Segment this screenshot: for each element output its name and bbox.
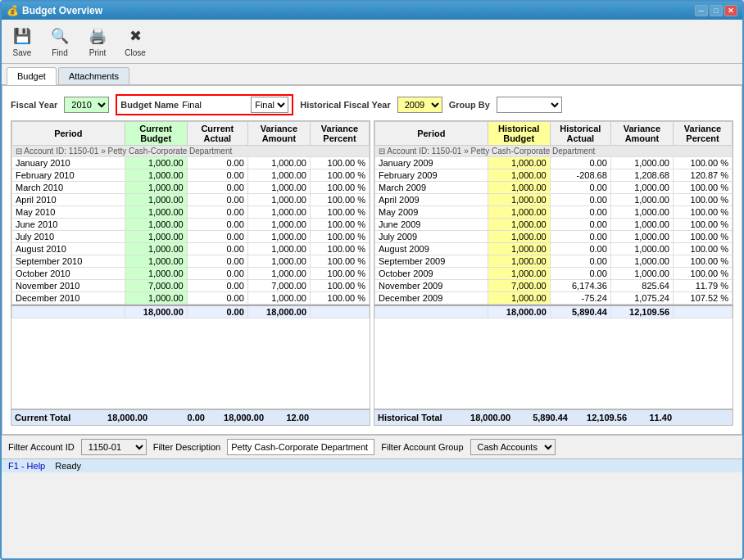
current-period-cell: March 2010 bbox=[12, 182, 125, 194]
hist-var-pct-cell: 100.00 % bbox=[674, 206, 733, 219]
filter-account-id-select[interactable]: 1150-01 bbox=[81, 439, 147, 455]
hist-actual-cell: -75.24 bbox=[550, 292, 610, 305]
current-var-pct-cell: 100.00 % bbox=[311, 182, 370, 194]
hist-period-cell: August 2009 bbox=[375, 243, 488, 255]
save-icon: 💾 bbox=[11, 25, 34, 47]
current-collapse-icon[interactable]: ⊟ bbox=[16, 147, 22, 156]
current-var-pct-header: VariancePercent bbox=[311, 122, 370, 146]
hist-table-row[interactable]: June 2009 1,000.00 0.00 1,000.00 100.00 … bbox=[375, 219, 733, 231]
budget-name-input[interactable] bbox=[182, 100, 247, 110]
find-icon: 🔍 bbox=[48, 25, 71, 47]
hist-actual-cell: 6,174.36 bbox=[550, 280, 610, 292]
hist-table-row[interactable]: December 2009 1,000.00 -75.24 1,075.24 1… bbox=[375, 292, 733, 305]
current-table-row[interactable]: December 2010 1,000.00 0.00 1,000.00 100… bbox=[12, 292, 370, 305]
hist-budget-header: HistoricalBudget bbox=[488, 122, 550, 146]
close-button[interactable]: ✖ Close bbox=[120, 23, 151, 60]
hist-table-row[interactable]: October 2009 1,000.00 0.00 1,000.00 100.… bbox=[375, 268, 733, 280]
hist-var-amt-cell: 1,000.00 bbox=[610, 219, 673, 231]
hist-var-amt-cell: 1,000.00 bbox=[610, 243, 673, 255]
current-table-row[interactable]: November 2010 7,000.00 0.00 7,000.00 100… bbox=[12, 280, 370, 292]
hist-table-row[interactable]: May 2009 1,000.00 0.00 1,000.00 100.00 % bbox=[375, 206, 733, 219]
main-content: Fiscal Year 2010 Budget Name Final Histo… bbox=[2, 85, 742, 435]
hist-fiscal-year-select[interactable]: 2009 bbox=[397, 97, 442, 113]
current-budget-cell: 1,000.00 bbox=[125, 268, 187, 280]
print-button[interactable]: 🖨️ Print bbox=[82, 23, 113, 60]
current-account-header: ⊟ Account ID: 1150-01 » Petty Cash-Corpo… bbox=[12, 146, 370, 157]
current-period-cell: April 2010 bbox=[12, 194, 125, 206]
help-link[interactable]: F1 - Help bbox=[8, 461, 45, 471]
current-period-cell: September 2010 bbox=[12, 255, 125, 268]
hist-table-row[interactable]: April 2009 1,000.00 0.00 1,000.00 100.00… bbox=[375, 194, 733, 206]
current-actual-cell: 0.00 bbox=[187, 268, 247, 280]
current-table-row[interactable]: July 2010 1,000.00 0.00 1,000.00 100.00 … bbox=[12, 231, 370, 243]
hist-var-pct-cell: 100.00 % bbox=[674, 243, 733, 255]
current-table-row[interactable]: February 2010 1,000.00 0.00 1,000.00 100… bbox=[12, 169, 370, 182]
current-budget-cell: 1,000.00 bbox=[125, 243, 187, 255]
fiscal-year-select[interactable]: 2010 bbox=[64, 97, 109, 113]
current-table-row[interactable]: January 2010 1,000.00 0.00 1,000.00 100.… bbox=[12, 157, 370, 169]
save-button[interactable]: 💾 Save bbox=[7, 23, 38, 60]
tab-budget[interactable]: Budget bbox=[7, 67, 57, 85]
current-subtotal-budget: 18,000.00 bbox=[125, 305, 187, 318]
current-table-row[interactable]: May 2010 1,000.00 0.00 1,000.00 100.00 % bbox=[12, 206, 370, 219]
current-period-cell: October 2010 bbox=[12, 268, 125, 280]
filter-account-group-select[interactable]: Cash Accounts bbox=[470, 439, 556, 455]
current-table-row[interactable]: April 2010 1,000.00 0.00 1,000.00 100.00… bbox=[12, 194, 370, 206]
hist-var-amt-header: VarianceAmount bbox=[610, 122, 673, 146]
hist-budget-cell: 1,000.00 bbox=[488, 292, 550, 305]
hist-subtotal-budget: 18,000.00 bbox=[488, 305, 550, 318]
hist-budget-cell: 1,000.00 bbox=[488, 231, 550, 243]
hist-table-row[interactable]: September 2009 1,000.00 0.00 1,000.00 10… bbox=[375, 255, 733, 268]
current-budget-cell: 1,000.00 bbox=[125, 206, 187, 219]
current-table-row[interactable]: August 2010 1,000.00 0.00 1,000.00 100.0… bbox=[12, 243, 370, 255]
window-title: Budget Overview bbox=[22, 5, 102, 16]
hist-collapse-icon[interactable]: ⊟ bbox=[379, 147, 385, 156]
group-by-select[interactable] bbox=[497, 97, 562, 113]
hist-table-row[interactable]: July 2009 1,000.00 0.00 1,000.00 100.00 … bbox=[375, 231, 733, 243]
current-var-pct-cell: 100.00 % bbox=[311, 255, 370, 268]
current-subtotal-table: 18,000.00 0.00 18,000.00 bbox=[11, 305, 370, 318]
hist-table-row[interactable]: February 2009 1,000.00 -208.68 1,208.68 … bbox=[375, 169, 733, 182]
hist-period-cell: November 2009 bbox=[375, 280, 488, 292]
current-actual-cell: 0.00 bbox=[187, 255, 247, 268]
current-table-row[interactable]: October 2010 1,000.00 0.00 1,000.00 100.… bbox=[12, 268, 370, 280]
find-button[interactable]: 🔍 Find bbox=[44, 23, 75, 60]
hist-actual-cell: 0.00 bbox=[550, 194, 610, 206]
hist-table-row[interactable]: August 2009 1,000.00 0.00 1,000.00 100.0… bbox=[375, 243, 733, 255]
tab-attachments[interactable]: Attachments bbox=[58, 67, 129, 84]
hist-table-row[interactable]: March 2009 1,000.00 0.00 1,000.00 100.00… bbox=[375, 182, 733, 194]
tab-bar: Budget Attachments bbox=[2, 64, 742, 85]
hist-actual-cell: 0.00 bbox=[550, 206, 610, 219]
current-empty-area bbox=[11, 318, 370, 409]
current-table-row[interactable]: September 2010 1,000.00 0.00 1,000.00 10… bbox=[12, 255, 370, 268]
current-table-row[interactable]: June 2010 1,000.00 0.00 1,000.00 100.00 … bbox=[12, 219, 370, 231]
minimize-button[interactable]: ─ bbox=[695, 5, 708, 16]
maximize-button[interactable]: □ bbox=[710, 5, 723, 16]
current-var-amt-cell: 1,000.00 bbox=[247, 243, 310, 255]
current-total-var-amt: 18,000.00 bbox=[205, 413, 264, 422]
current-actual-cell: 0.00 bbox=[187, 243, 247, 255]
current-budget-header: CurrentBudget bbox=[125, 122, 187, 146]
hist-var-pct-cell: 100.00 % bbox=[674, 231, 733, 243]
current-var-pct-cell: 100.00 % bbox=[311, 268, 370, 280]
current-budget-cell: 1,000.00 bbox=[125, 194, 187, 206]
current-budget-cell: 1,000.00 bbox=[125, 182, 187, 194]
hist-table-row[interactable]: January 2009 1,000.00 0.00 1,000.00 100.… bbox=[375, 157, 733, 169]
current-period-cell: December 2010 bbox=[12, 292, 125, 305]
current-table-row[interactable]: March 2010 1,000.00 0.00 1,000.00 100.00… bbox=[12, 182, 370, 194]
close-window-button[interactable]: ✕ bbox=[724, 5, 737, 16]
hist-table-row[interactable]: November 2009 7,000.00 6,174.36 825.64 1… bbox=[375, 280, 733, 292]
current-actual-header: CurrentActual bbox=[187, 122, 247, 146]
filter-description-input[interactable] bbox=[227, 439, 374, 455]
hist-subtotal-row: 18,000.00 5,890.44 12,109.56 bbox=[375, 305, 733, 318]
current-var-pct-cell: 100.00 % bbox=[311, 243, 370, 255]
current-var-amt-cell: 1,000.00 bbox=[247, 169, 310, 182]
current-subtotal-row: 18,000.00 0.00 18,000.00 bbox=[12, 305, 370, 318]
current-actual-cell: 0.00 bbox=[187, 157, 247, 169]
budget-name-select[interactable]: Final bbox=[251, 97, 288, 113]
current-var-pct-cell: 100.00 % bbox=[311, 219, 370, 231]
current-var-amt-cell: 1,000.00 bbox=[247, 182, 310, 194]
current-subtotal-actual: 0.00 bbox=[187, 305, 247, 318]
current-total-actual: 0.00 bbox=[147, 413, 205, 422]
hist-var-amt-cell: 1,075.24 bbox=[610, 292, 673, 305]
